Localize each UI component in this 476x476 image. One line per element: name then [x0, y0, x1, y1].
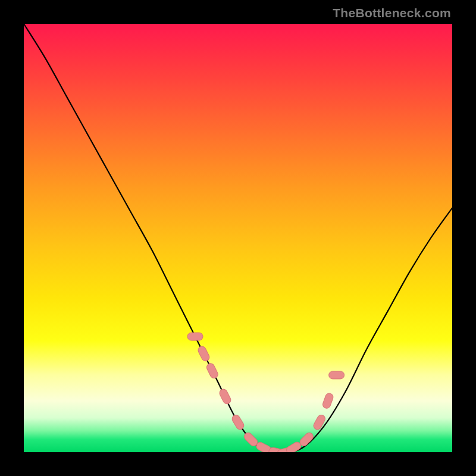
curve-marker [329, 371, 345, 379]
curve-marker [197, 345, 211, 362]
chart-svg [24, 24, 452, 452]
curve-marker [218, 388, 232, 405]
chart-frame: TheBottleneck.com [0, 0, 476, 476]
curve-marker [187, 333, 203, 340]
marker-group [187, 333, 345, 452]
curve-marker [205, 362, 219, 380]
curve-marker [322, 392, 334, 409]
curve-marker [312, 414, 327, 431]
bottleneck-curve [24, 24, 452, 452]
plot-area [24, 24, 452, 452]
watermark-text: TheBottleneck.com [333, 6, 451, 20]
curve-marker [231, 414, 246, 431]
